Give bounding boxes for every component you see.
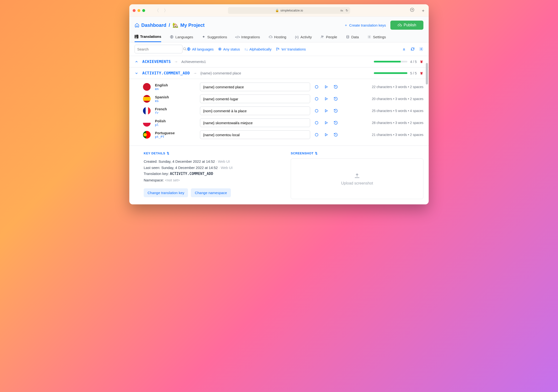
arrow-icon: → (174, 60, 178, 64)
chevron-down-icon[interactable] (135, 71, 139, 75)
key-row-activity-comment[interactable]: ACTIVITY.COMMENT_ADD → {name} commented … (129, 68, 429, 79)
breadcrumb: Dashboard / 🏡 My Project (135, 22, 205, 28)
play-icon[interactable] (324, 133, 328, 137)
circle-icon[interactable] (314, 97, 319, 101)
home-icon[interactable] (135, 23, 140, 27)
tab-label: Integrations (241, 35, 260, 39)
app-window: 〈 〉 🔒 simplelocalize.io 🗛 ↻ ＋ Dashboard … (129, 4, 429, 204)
forward-button[interactable]: 〉 (164, 8, 168, 13)
chevron-up-icon[interactable] (135, 60, 139, 64)
tab-activity[interactable]: (•) Activity (295, 33, 312, 42)
key-row-achievements[interactable]: ACHIEVEMENTS → Achievements1 4 / 5 (129, 56, 429, 68)
create-translation-keys-link[interactable]: ＋ Create translation keys (344, 23, 386, 27)
filter-any-status[interactable]: Any status (218, 47, 240, 51)
fullscreen-window-button[interactable] (142, 9, 145, 12)
history-icon[interactable] (334, 97, 338, 101)
namespace-line: Namespace: <not set> (144, 177, 276, 183)
history-icon[interactable] (334, 85, 338, 89)
back-button[interactable]: 〈 (155, 8, 159, 13)
screenshot-heading[interactable]: SCREENSHOT ⇅ (291, 152, 423, 155)
settings-icon[interactable] (419, 47, 423, 51)
publish-button[interactable]: Publish (390, 21, 423, 30)
created-line: Created: Sunday, 4 December 2022 at 14:5… (144, 158, 276, 165)
arrow-icon: → (193, 71, 197, 75)
translation-stats: 25 characters • 5 words • 4 spaces (372, 109, 423, 113)
cloud-icon (269, 35, 272, 39)
tabs: A文 Translations Languages ✦ Suggestions … (129, 33, 429, 42)
change-key-button[interactable]: Change translation key (144, 188, 188, 197)
translation-input[interactable] (200, 130, 310, 139)
translation-stats: 20 characters • 3 words • 2 spaces (372, 97, 423, 101)
signal-icon: (•) (295, 35, 299, 39)
tab-people[interactable]: People (320, 33, 337, 42)
svg-point-12 (278, 49, 279, 50)
tab-label: Suggestions (207, 35, 227, 39)
new-tab-icon[interactable]: ＋ (421, 8, 425, 13)
circle-icon[interactable] (314, 85, 319, 89)
close-window-button[interactable] (133, 9, 136, 12)
play-icon[interactable] (324, 85, 328, 89)
breadcrumb-project[interactable]: My Project (180, 23, 205, 28)
history-icon[interactable] (334, 109, 338, 113)
search-input[interactable] (137, 47, 183, 51)
svg-point-4 (347, 35, 349, 36)
az-icon: A文 (135, 35, 139, 39)
minimize-window-button[interactable] (138, 9, 140, 12)
filter-label: 'en' translations (281, 47, 306, 51)
translation-stats: 22 characters • 3 words • 2 spaces (372, 85, 423, 89)
translation-input[interactable] (200, 106, 310, 115)
play-icon[interactable] (324, 109, 328, 113)
sparkle-icon: ✦ (202, 35, 206, 39)
translation-input[interactable] (200, 119, 310, 127)
translation-input[interactable] (200, 94, 310, 103)
svg-point-11 (276, 50, 277, 51)
tab-label: Activity (300, 35, 312, 39)
history-icon[interactable] (334, 133, 338, 137)
play-icon[interactable] (324, 97, 328, 101)
downloads-icon[interactable] (410, 8, 414, 13)
history-icon[interactable] (334, 121, 338, 125)
trash-icon[interactable] (419, 71, 423, 75)
lang-name: Spanish (155, 95, 196, 99)
circle-icon[interactable] (314, 109, 319, 113)
tab-settings[interactable]: Settings (367, 33, 386, 42)
translation-key-line: Translation key: ACTIVITY.COMMENT_ADD (144, 171, 276, 177)
breadcrumb-row: Dashboard / 🏡 My Project ＋ Create transl… (129, 17, 429, 33)
translate-icon[interactable]: 🗛 (340, 9, 343, 12)
play-icon[interactable] (324, 121, 328, 125)
circle-icon[interactable] (314, 133, 319, 137)
tab-hosting[interactable]: Hosting (269, 33, 287, 42)
svg-point-9 (219, 49, 220, 50)
svg-point-2 (321, 36, 322, 37)
trash-icon[interactable] (419, 60, 423, 64)
lang-code: es (155, 99, 196, 103)
tab-suggestions[interactable]: ✦ Suggestions (202, 33, 227, 42)
url-bar[interactable]: 🔒 simplelocalize.io 🗛 ↻ (228, 7, 350, 14)
reload-icon[interactable]: ↻ (346, 9, 348, 12)
svg-point-6 (183, 48, 186, 50)
search-box[interactable] (135, 45, 183, 53)
cloud-upload-icon (398, 23, 402, 27)
tab-label: Languages (175, 35, 193, 39)
collapse-all-icon[interactable] (402, 47, 406, 51)
circle-icon[interactable] (314, 121, 319, 125)
translation-row-en: English en 22 characters • 3 words • 2 s… (135, 81, 423, 93)
upload-screenshot-box[interactable]: Upload screenshot (291, 158, 423, 199)
translation-stats: 21 characters • 3 words • 2 spaces (372, 133, 423, 137)
filter-source[interactable]: 'en' translations (276, 47, 306, 51)
scrollbar[interactable] (426, 63, 428, 85)
breadcrumb-dashboard[interactable]: Dashboard (141, 23, 166, 28)
filter-all-languages[interactable]: All languages (187, 47, 214, 51)
refresh-icon[interactable] (410, 47, 415, 51)
tab-label: Hosting (274, 35, 287, 39)
key-details-heading[interactable]: KEY DETAILS ⇅ (144, 152, 276, 155)
tab-translations[interactable]: A文 Translations (135, 33, 161, 42)
filter-sort[interactable]: ↑↓ Alphabetically (244, 47, 271, 51)
translation-input[interactable] (200, 83, 310, 91)
tab-data[interactable]: Data (346, 33, 359, 42)
change-namespace-button[interactable]: Change namespace (191, 188, 231, 197)
tab-languages[interactable]: Languages (170, 33, 193, 42)
translations-block: English en 22 characters • 3 words • 2 s… (129, 79, 429, 146)
create-translation-keys-label: Create translation keys (349, 23, 386, 27)
tab-integrations[interactable]: </> Integrations (236, 33, 260, 42)
